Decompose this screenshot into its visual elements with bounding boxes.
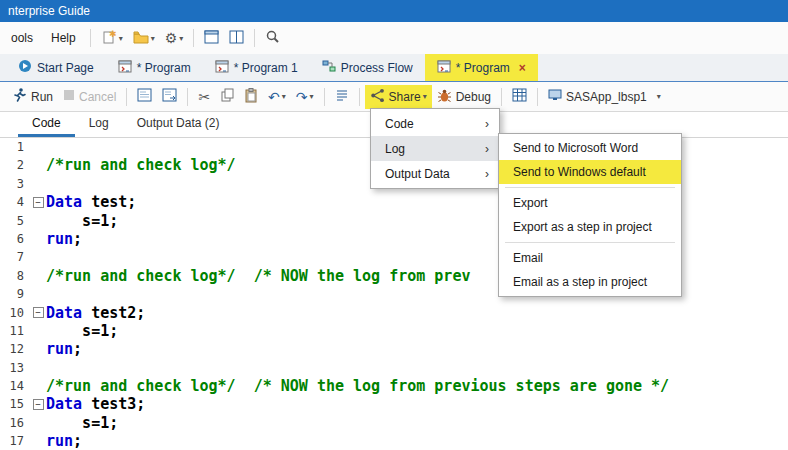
- chevron-down-icon[interactable]: ▾: [119, 34, 123, 43]
- line-number: 4: [0, 193, 30, 211]
- doc-tab-program-active[interactable]: * Program ×: [425, 54, 538, 81]
- menu-item-label: Send to Microsoft Word: [513, 141, 638, 155]
- fold-collapse-icon[interactable]: −: [33, 399, 44, 410]
- menu-tools[interactable]: ools: [2, 26, 42, 50]
- doc-tab-program-1[interactable]: * Program 1: [203, 54, 310, 81]
- menu-item-code[interactable]: Code ›: [371, 111, 499, 136]
- submenu-arrow-icon: ›: [485, 117, 489, 131]
- menu-item-send-to-windows-default[interactable]: Send to Windows default: [499, 160, 681, 184]
- code-text[interactable]: run;: [46, 340, 82, 358]
- paste-button[interactable]: [240, 85, 262, 109]
- layout-window-button[interactable]: [200, 27, 223, 50]
- chevron-down-icon[interactable]: ▾: [151, 34, 155, 43]
- menu-item-email[interactable]: Email: [499, 246, 681, 270]
- fold-collapse-icon[interactable]: −: [33, 307, 44, 318]
- menu-item-log[interactable]: Log ›: [371, 136, 499, 161]
- fold-collapse-icon[interactable]: −: [33, 197, 44, 208]
- copy-button[interactable]: [216, 85, 238, 108]
- export-code-button[interactable]: [133, 85, 156, 108]
- code-text[interactable]: /*run and check log*/ /* NOW the log fro…: [46, 267, 470, 285]
- line-number: 12: [0, 340, 30, 358]
- window-icon: [204, 30, 219, 47]
- doc-tab-label: * Program 1: [234, 61, 298, 75]
- fold-margin: −: [30, 307, 46, 318]
- send-code-button[interactable]: [158, 85, 181, 108]
- menu-item-label: Output Data: [385, 167, 450, 181]
- line-number: 1: [0, 138, 30, 156]
- properties-button[interactable]: [508, 85, 531, 108]
- debug-button[interactable]: Debug: [432, 85, 496, 109]
- options-button[interactable]: ⚙ ▾: [161, 28, 188, 48]
- line-number: 5: [0, 212, 30, 230]
- line-number: 8: [0, 267, 30, 285]
- code-text[interactable]: s=1;: [46, 414, 118, 432]
- share-log-submenu: Send to Microsoft Word Send to Windows d…: [498, 133, 682, 297]
- code-text[interactable]: Data test2;: [46, 304, 145, 322]
- code-text[interactable]: /*run and check log*/ /* NOW the log fro…: [46, 377, 669, 395]
- doc-tab-start-page[interactable]: Start Page: [6, 54, 106, 81]
- tab-output-data[interactable]: Output Data (2): [123, 112, 234, 137]
- code-line: 14/*run and check log*/ /* NOW the log f…: [0, 377, 788, 395]
- code-text[interactable]: s=1;: [46, 212, 118, 230]
- start-page-icon: [18, 59, 32, 76]
- menu-item-send-to-word[interactable]: Send to Microsoft Word: [499, 136, 681, 160]
- layout-split-button[interactable]: [225, 27, 248, 50]
- menu-help[interactable]: Help: [42, 26, 85, 50]
- submenu-arrow-icon: ›: [485, 167, 489, 181]
- run-button[interactable]: Run: [6, 84, 58, 109]
- close-icon[interactable]: ×: [519, 61, 526, 75]
- doc-tab-process-flow[interactable]: Process Flow: [310, 54, 425, 81]
- chevron-down-icon[interactable]: ▾: [282, 92, 286, 101]
- cancel-button: Cancel: [58, 86, 121, 107]
- tab-code[interactable]: Code: [18, 112, 75, 137]
- toolbar-separator: [537, 88, 538, 106]
- line-number: 3: [0, 175, 30, 193]
- line-number: 6: [0, 230, 30, 248]
- redo-icon: ↷: [296, 90, 308, 104]
- menu-item-label: Export as a step in project: [513, 220, 652, 234]
- chevron-down-icon[interactable]: ▾: [310, 92, 314, 101]
- search-button[interactable]: [261, 26, 284, 50]
- toolbar-separator: [254, 29, 255, 47]
- chevron-down-icon[interactable]: ▾: [657, 92, 661, 101]
- code-text[interactable]: /*run and check log*/: [46, 156, 236, 174]
- fold-margin: −: [30, 399, 46, 410]
- chevron-down-icon: ▾: [423, 92, 427, 101]
- open-button[interactable]: ▾: [129, 26, 159, 51]
- code-line: 12run;: [0, 340, 788, 358]
- code-line: 16 s=1;: [0, 414, 788, 432]
- toolbar-separator: [187, 88, 188, 106]
- code-text[interactable]: run;: [46, 432, 82, 450]
- cancel-icon: [63, 89, 75, 104]
- code-text[interactable]: s=1;: [46, 322, 118, 340]
- code-text[interactable]: Data test;: [46, 193, 136, 211]
- run-icon: [11, 87, 27, 106]
- new-program-button[interactable]: ✱ ▾: [97, 26, 127, 51]
- code-text[interactable]: Data test3;: [46, 395, 145, 413]
- format-code-button[interactable]: [331, 85, 353, 108]
- toolbar-separator: [90, 29, 91, 47]
- menu-item-email-as-step[interactable]: Email as a step in project: [499, 270, 681, 294]
- server-selector[interactable]: SASApp_lbsp1 ▾: [543, 86, 666, 108]
- code-text[interactable]: run;: [46, 230, 82, 248]
- line-number: 11: [0, 322, 30, 340]
- chevron-down-icon[interactable]: ▾: [179, 34, 183, 43]
- doc-tab-program[interactable]: * Program: [106, 54, 203, 81]
- menu-item-label: Send to Windows default: [513, 165, 646, 179]
- code-line: 13: [0, 359, 788, 377]
- run-label: Run: [31, 90, 53, 104]
- tab-label: Code: [32, 116, 61, 130]
- tab-log[interactable]: Log: [75, 112, 123, 137]
- redo-button[interactable]: ↷ ▾: [292, 87, 318, 107]
- cut-button[interactable]: ✂: [194, 87, 214, 107]
- program-icon: [118, 59, 132, 76]
- copy-icon: [220, 88, 234, 105]
- menu-item-export[interactable]: Export: [499, 191, 681, 215]
- line-number: 14: [0, 377, 30, 395]
- debug-label: Debug: [456, 90, 491, 104]
- menu-item-export-as-step[interactable]: Export as a step in project: [499, 215, 681, 239]
- undo-button[interactable]: ↶ ▾: [264, 87, 290, 107]
- share-button[interactable]: Share ▾: [365, 85, 432, 109]
- share-label: Share: [389, 90, 421, 104]
- menu-item-output-data[interactable]: Output Data ›: [371, 161, 499, 186]
